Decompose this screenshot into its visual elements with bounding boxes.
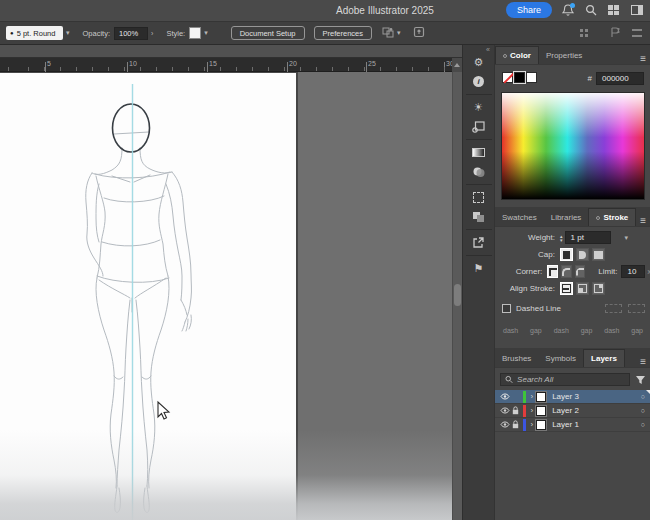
layer-thumbnail[interactable] [536, 406, 546, 416]
flag-icon[interactable]: ⚑ [468, 259, 490, 278]
tab-color[interactable]: Color [495, 46, 539, 64]
layer-row[interactable]: › Layer 2 ○ [495, 404, 650, 418]
corner-label: Corner: [495, 267, 542, 276]
cap-round-button[interactable] [576, 248, 589, 261]
target-circle-icon[interactable]: ○ [641, 393, 645, 400]
visibility-eye-icon[interactable] [499, 393, 510, 400]
black-swatch[interactable] [514, 72, 525, 83]
dash-preset-icon[interactable] [605, 304, 622, 313]
scroll-up-arrow[interactable] [452, 58, 462, 72]
preferences-button[interactable]: Preferences [314, 26, 372, 40]
search-icon[interactable] [584, 3, 598, 17]
tab-properties[interactable]: Properties [539, 47, 589, 64]
layer-thumbnail[interactable] [536, 420, 546, 430]
color-spectrum[interactable] [501, 92, 645, 200]
layer-name[interactable]: Layer 3 [552, 392, 641, 401]
notifications-bell-icon[interactable] [561, 3, 575, 17]
vertical-scrollbar[interactable] [452, 72, 462, 520]
weight-value[interactable]: 1 pt [565, 231, 611, 244]
corner-miter-button[interactable] [547, 265, 558, 278]
search-icon [505, 375, 513, 384]
style-swatch[interactable] [189, 27, 201, 39]
panel-menu-icon[interactable]: ≡ [640, 53, 646, 64]
scrollbar-thumb[interactable] [454, 284, 461, 306]
app-title: Adobe Illustrator 2025 [336, 5, 434, 16]
search-input[interactable] [517, 375, 625, 384]
artboards-icon[interactable] [468, 188, 490, 207]
layer-name[interactable]: Layer 2 [552, 406, 641, 415]
visibility-eye-icon[interactable] [499, 421, 510, 428]
target-circle-icon[interactable]: ○ [641, 421, 645, 428]
stroke-panel-tabs: Swatches Libraries Stroke ≡ [495, 207, 650, 227]
share-button[interactable]: Share [506, 2, 552, 18]
mouse-cursor [158, 402, 169, 419]
layers-search-field[interactable] [500, 373, 630, 386]
expand-arrow-icon[interactable]: › [531, 392, 534, 401]
document-setup-button[interactable]: Document Setup [231, 26, 305, 40]
pathfinder-icon[interactable] [468, 207, 490, 226]
dash-preset-icons [605, 304, 645, 313]
align-outside-button[interactable] [592, 282, 605, 295]
layer-row[interactable]: › Layer 3 ○ [495, 390, 650, 404]
none-swatch[interactable] [502, 72, 513, 83]
weight-chevron-down-icon[interactable]: ▾ [625, 234, 629, 242]
hex-input[interactable]: 000000 [596, 72, 644, 85]
lock-icon[interactable] [510, 406, 520, 415]
isolate-mode-icon[interactable] [382, 27, 394, 40]
dashed-line-label: Dashed Line [516, 304, 561, 313]
arrange-icon[interactable] [413, 26, 425, 40]
export-icon[interactable] [468, 233, 490, 252]
tab-swatches[interactable]: Swatches [495, 209, 544, 226]
tab-libraries[interactable]: Libraries [544, 209, 589, 226]
layer-name[interactable]: Layer 1 [552, 420, 641, 429]
stroke-style-dropdown[interactable]: ● 5 pt. Round [6, 26, 63, 40]
expand-arrow-icon[interactable]: › [531, 420, 534, 429]
layer-thumbnail[interactable] [536, 392, 546, 402]
expand-arrow-icon[interactable]: › [531, 406, 534, 415]
white-swatch[interactable] [526, 72, 537, 83]
cap-projecting-button[interactable] [592, 248, 605, 261]
appearance-sun-icon[interactable]: ☀ [468, 98, 490, 117]
weight-stepper[interactable]: ▴▾ [560, 234, 563, 242]
tab-brushes[interactable]: Brushes [495, 350, 538, 367]
tab-modified-dot [503, 54, 507, 58]
limit-input[interactable]: 10 [621, 265, 644, 278]
filter-funnel-icon[interactable] [635, 375, 646, 385]
cap-butt-button[interactable] [560, 248, 573, 261]
isolate-chevron-down-icon[interactable]: ▾ [397, 29, 401, 37]
tab-layers[interactable]: Layers [583, 349, 625, 367]
target-circle-icon[interactable]: ○ [641, 407, 645, 414]
collapse-panels-icon[interactable]: « [486, 46, 490, 53]
properties-gear-icon[interactable]: ⚙ [468, 53, 490, 72]
tab-symbols[interactable]: Symbols [538, 350, 583, 367]
workspace-switcher-icon[interactable] [607, 3, 621, 17]
panel-menu-icon[interactable]: ≡ [640, 356, 646, 367]
visibility-eye-icon[interactable] [499, 407, 510, 414]
dashed-line-checkbox[interactable] [502, 304, 511, 313]
transform-icon[interactable] [468, 117, 490, 136]
canvas-area[interactable] [0, 72, 452, 520]
style-chevron-down-icon[interactable]: ▾ [204, 29, 208, 37]
layout-icon[interactable] [630, 3, 644, 17]
tab-stroke[interactable]: Stroke [588, 208, 636, 226]
document-tab-strip [0, 45, 462, 58]
corner-round-button[interactable] [561, 265, 572, 278]
gradient-icon[interactable] [468, 143, 490, 162]
align-inside-button[interactable] [576, 282, 589, 295]
chevron-right-icon[interactable]: › [151, 30, 153, 37]
layer-row[interactable]: › Layer 1 ○ [495, 418, 650, 432]
panel-menu-icon[interactable]: ≡ [640, 215, 646, 226]
dash-gap-preset-icon[interactable] [628, 304, 645, 313]
grid-options-icon[interactable] [580, 29, 588, 37]
ruler-label: 25 [368, 60, 376, 67]
corner-bevel-button[interactable] [575, 265, 586, 278]
lock-icon[interactable] [510, 420, 520, 429]
paragraph-options-icon[interactable] [610, 27, 620, 40]
chevron-down-icon[interactable]: ▾ [66, 29, 70, 37]
list-view-icon[interactable] [632, 29, 642, 37]
transparency-icon[interactable] [468, 162, 490, 181]
title-bar: Adobe Illustrator 2025 Share [0, 0, 650, 22]
opacity-input[interactable]: 100% [114, 27, 148, 40]
align-center-button[interactable] [560, 282, 573, 295]
info-icon[interactable]: i [468, 72, 490, 91]
